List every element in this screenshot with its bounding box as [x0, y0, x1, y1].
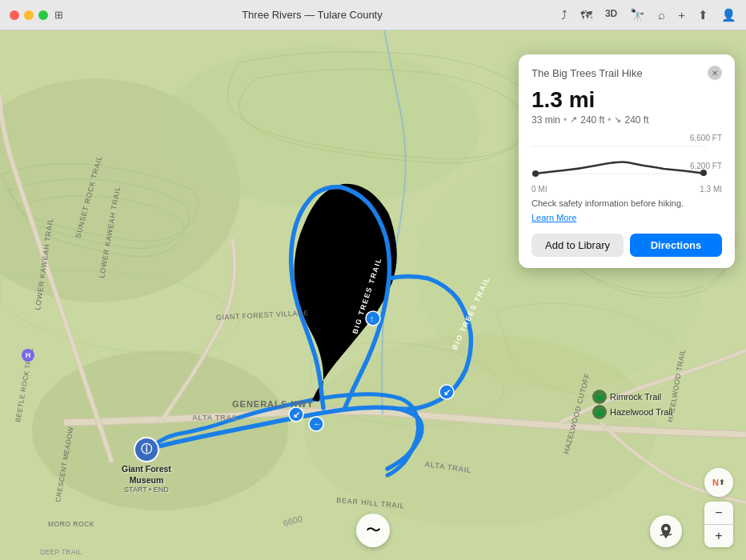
binoculars-icon[interactable]: 🔭 — [630, 8, 645, 22]
card-actions: Add to Library Directions — [531, 234, 722, 257]
sidebar-toggle-icon[interactable]: ⊞ — [54, 9, 63, 21]
traffic-lights — [10, 10, 48, 20]
svg-text:↙: ↙ — [443, 387, 451, 397]
elev-low-label: 6,200 FT — [690, 162, 722, 170]
card-duration: 33 min — [531, 114, 560, 126]
rimrock-trail-label: Rimrock Trail — [610, 392, 661, 402]
minimize-button[interactable] — [24, 10, 34, 20]
svg-text:↑: ↑ — [370, 314, 375, 323]
compass-button[interactable]: N ⬆ — [704, 468, 733, 497]
museum-name-label: Giant ForestMuseum — [122, 464, 171, 486]
map-icon[interactable]: 🗺 — [580, 8, 592, 22]
elevation-down-icon: ↘ — [614, 114, 621, 125]
fullscreen-button[interactable] — [38, 10, 48, 20]
trail-card: The Big Trees Trail Hike ✕ 1.3 mi 33 min… — [519, 54, 735, 268]
svg-point-34 — [532, 170, 539, 177]
card-elevation-loss: 240 ft — [624, 114, 648, 126]
search-icon[interactable]: ⌕ — [658, 8, 665, 22]
card-close-button[interactable]: ✕ — [708, 66, 722, 80]
svg-text:DEEP TRAIL: DEEP TRAIL — [40, 548, 82, 556]
x-labels: 0 MI 1.3 MI — [531, 185, 722, 194]
navigation-icon[interactable]: ⤴ — [561, 8, 568, 22]
account-icon[interactable]: 👤 — [721, 8, 736, 22]
museum-sub-label: START • END — [124, 486, 169, 494]
safety-text: Check safety information before hiking. — [531, 198, 722, 208]
map[interactable]: 6600 — [0, 30, 746, 560]
toolbar-icons: ⤴ 🗺 3D 🔭 ⌕ + ⬆ 👤 — [561, 8, 736, 22]
rimrock-trail-poi[interactable]: 🌲 Rimrock Trail — [592, 390, 661, 404]
rimrock-trail-icon: 🌲 — [592, 390, 607, 404]
hazelwood-trail-label: Hazelwood Trail — [610, 407, 672, 417]
elevation-up-icon: ↗ — [570, 114, 577, 125]
compass-arrow-icon: ⬆ — [719, 478, 725, 486]
card-meta: 33 min • ↗ 240 ft • ↘ 240 ft — [531, 114, 722, 126]
zoom-controls: − + — [704, 502, 733, 547]
svg-text:↙: ↙ — [293, 410, 300, 419]
card-elevation-gain: 240 ft — [580, 114, 604, 126]
hazelwood-trail-icon: 🌲 — [592, 405, 607, 419]
svg-text:ALTA TRAIL: ALTA TRAIL — [192, 413, 239, 422]
share-icon[interactable]: ⬆ — [698, 8, 708, 22]
card-header: The Big Trees Trail Hike ✕ — [531, 66, 722, 80]
close-button[interactable] — [10, 10, 19, 20]
svg-text:GENERALS HWY: GENERALS HWY — [232, 399, 314, 409]
svg-point-35 — [700, 170, 707, 176]
directions-button[interactable]: Directions — [630, 234, 722, 257]
bottom-controls: N ⬆ − + — [704, 468, 733, 547]
elev-high-label: 6,600 FT — [690, 134, 722, 142]
elevation-chart: 6,600 FT 6,200 FT — [531, 134, 722, 182]
svg-text:←: ← — [313, 419, 322, 429]
tracking-button[interactable]: 〜 — [356, 514, 390, 547]
museum-info-icon: ⓘ — [134, 437, 159, 462]
zoom-out-button[interactable]: + — [704, 525, 733, 547]
svg-text:MORO ROCK: MORO ROCK — [48, 520, 94, 528]
hazelwood-trail-poi[interactable]: 🌲 Hazelwood Trail — [592, 405, 672, 419]
card-title: The Big Trees Trail Hike — [531, 67, 643, 79]
threed-icon[interactable]: 3D — [605, 8, 617, 22]
recenter-icon — [657, 522, 675, 540]
x-label-start: 0 MI — [531, 185, 547, 194]
recenter-button[interactable] — [650, 515, 682, 547]
titlebar: ⊞ Three Rivers — Tulare County ⤴ 🗺 3D 🔭 … — [0, 0, 746, 30]
window-title: Three Rivers — Tulare County — [63, 9, 561, 21]
x-label-end: 1.3 MI — [700, 185, 722, 194]
hospital-marker[interactable]: H — [22, 349, 34, 362]
learn-more-link[interactable]: Learn More — [531, 213, 576, 222]
card-distance: 1.3 mi — [531, 88, 722, 113]
museum-marker[interactable]: ⓘ Giant ForestMuseum START • END — [122, 437, 171, 494]
zoom-in-button[interactable]: − — [704, 502, 733, 524]
compass-north-label: N — [712, 478, 719, 487]
add-to-library-button[interactable]: Add to Library — [531, 234, 624, 257]
add-icon[interactable]: + — [678, 8, 685, 22]
